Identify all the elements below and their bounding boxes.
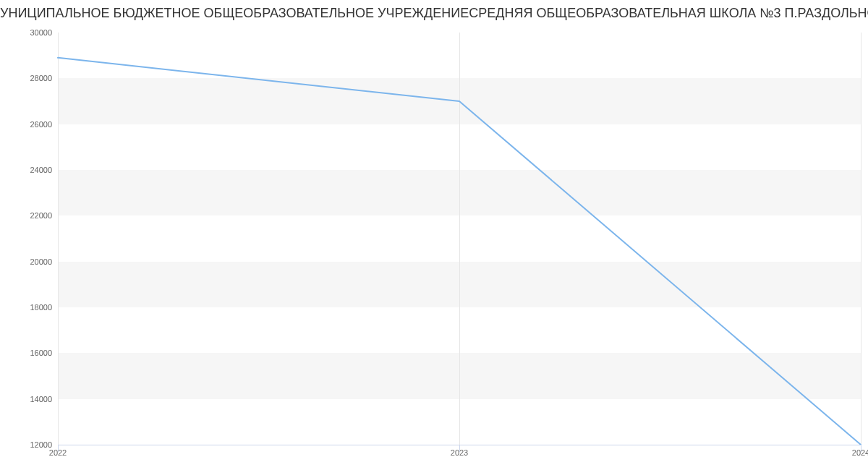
- grid-line-vertical: [861, 33, 861, 445]
- chart-title: УНИЦИПАЛЬНОЕ БЮДЖЕТНОЕ ОБЩЕОБРАЗОВАТЕЛЬН…: [0, 6, 868, 21]
- y-tick-label: 16000: [9, 349, 52, 357]
- x-tick-mark: [459, 445, 460, 452]
- y-tick-label: 18000: [9, 303, 52, 312]
- y-tick-label: 12000: [9, 440, 52, 449]
- y-tick-label: 30000: [9, 28, 52, 37]
- chart-container: УНИЦИПАЛЬНОЕ БЮДЖЕТНОЕ ОБЩЕОБРАЗОВАТЕЛЬН…: [0, 0, 868, 470]
- plot-area: [58, 33, 861, 445]
- y-tick-label: 26000: [9, 120, 52, 129]
- x-tick-mark: [861, 445, 861, 452]
- y-tick-label: 14000: [9, 395, 52, 403]
- x-tick-label: 2024: [852, 448, 868, 457]
- line-series: [58, 33, 861, 445]
- x-tick-mark: [58, 445, 59, 452]
- y-tick-label: 22000: [9, 211, 52, 220]
- y-tick-label: 20000: [9, 257, 52, 266]
- y-tick-label: 28000: [9, 74, 52, 82]
- y-tick-label: 24000: [9, 166, 52, 174]
